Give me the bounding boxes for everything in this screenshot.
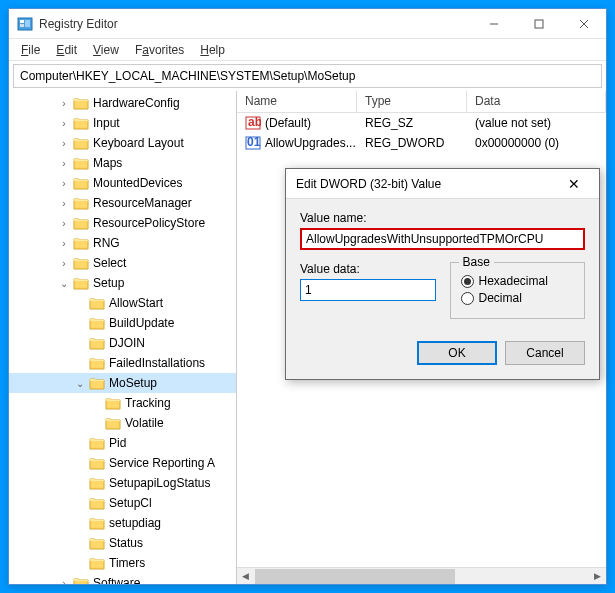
- svg-text:ab: ab: [248, 115, 261, 129]
- tree-item[interactable]: ›ResourcePolicyStore: [9, 213, 236, 233]
- tree-label: FailedInstallations: [109, 356, 205, 370]
- expander-icon[interactable]: ›: [57, 156, 71, 170]
- tree-label: Pid: [109, 436, 126, 450]
- scroll-right-icon[interactable]: ▶: [589, 568, 606, 585]
- expander-icon[interactable]: [89, 416, 103, 430]
- tree-label: Software: [93, 576, 140, 584]
- tree-item[interactable]: BuildUpdate: [9, 313, 236, 333]
- tree-item[interactable]: ›Select: [9, 253, 236, 273]
- dialog-titlebar[interactable]: Edit DWORD (32-bit) Value ✕: [286, 169, 599, 199]
- value-name: (Default): [265, 116, 311, 130]
- expander-icon[interactable]: ⌄: [73, 376, 87, 390]
- base-group: Base Hexadecimal Decimal: [450, 262, 586, 319]
- tree-item[interactable]: SetupCl: [9, 493, 236, 513]
- tree-item[interactable]: Tracking: [9, 393, 236, 413]
- tree-label: RNG: [93, 236, 120, 250]
- tree-item[interactable]: SetupapiLogStatus: [9, 473, 236, 493]
- expander-icon[interactable]: ›: [57, 136, 71, 150]
- expander-icon[interactable]: [73, 356, 87, 370]
- svg-rect-3: [25, 20, 30, 27]
- menu-favorites[interactable]: Favorites: [127, 41, 192, 59]
- expander-icon[interactable]: ⌄: [57, 276, 71, 290]
- tree-label: SetupCl: [109, 496, 152, 510]
- base-label: Base: [459, 255, 494, 269]
- col-name[interactable]: Name: [237, 91, 357, 112]
- tree-label: Setup: [93, 276, 124, 290]
- tree-item[interactable]: ›Keyboard Layout: [9, 133, 236, 153]
- expander-icon[interactable]: [73, 316, 87, 330]
- titlebar[interactable]: Registry Editor: [9, 9, 606, 39]
- menu-edit[interactable]: Edit: [48, 41, 85, 59]
- menu-file[interactable]: File: [13, 41, 48, 59]
- expander-icon[interactable]: ›: [57, 236, 71, 250]
- tree-item[interactable]: ⌄Setup: [9, 273, 236, 293]
- cancel-button[interactable]: Cancel: [505, 341, 585, 365]
- value-name-input[interactable]: [300, 228, 585, 250]
- value-data: 0x00000000 (0): [475, 136, 559, 150]
- dialog-close-button[interactable]: ✕: [559, 169, 589, 199]
- expander-icon[interactable]: ›: [57, 96, 71, 110]
- menu-view[interactable]: View: [85, 41, 127, 59]
- tree-item[interactable]: Timers: [9, 553, 236, 573]
- expander-icon[interactable]: ›: [57, 576, 71, 584]
- dialog-title: Edit DWORD (32-bit) Value: [296, 177, 559, 191]
- address-bar[interactable]: Computer\HKEY_LOCAL_MACHINE\SYSTEM\Setup…: [13, 64, 602, 88]
- expander-icon[interactable]: [73, 456, 87, 470]
- col-data[interactable]: Data: [467, 91, 606, 112]
- expander-icon[interactable]: [73, 476, 87, 490]
- tree-item[interactable]: AllowStart: [9, 293, 236, 313]
- expander-icon[interactable]: [73, 536, 87, 550]
- tree-item[interactable]: ›Maps: [9, 153, 236, 173]
- radio-hexadecimal[interactable]: Hexadecimal: [461, 274, 575, 288]
- close-button[interactable]: [561, 9, 606, 39]
- values-header[interactable]: Name Type Data: [237, 91, 606, 113]
- values-scrollbar-h[interactable]: ◀ ▶: [237, 567, 606, 584]
- expander-icon[interactable]: [73, 556, 87, 570]
- expander-icon[interactable]: ›: [57, 196, 71, 210]
- tree-item[interactable]: ›Software: [9, 573, 236, 584]
- tree-label: MountedDevices: [93, 176, 182, 190]
- expander-icon[interactable]: ›: [57, 256, 71, 270]
- tree-item[interactable]: Service Reporting A: [9, 453, 236, 473]
- tree-item[interactable]: ›HardwareConfig: [9, 93, 236, 113]
- value-row[interactable]: 011AllowUpgrades...REG_DWORD0x00000000 (…: [237, 133, 606, 153]
- tree-item[interactable]: FailedInstallations: [9, 353, 236, 373]
- registry-tree[interactable]: ›HardwareConfig›Input›Keyboard Layout›Ma…: [9, 91, 236, 584]
- value-row[interactable]: ab(Default)REG_SZ(value not set): [237, 113, 606, 133]
- tree-label: Volatile: [125, 416, 164, 430]
- value-data-input[interactable]: [300, 279, 436, 301]
- ok-button[interactable]: OK: [417, 341, 497, 365]
- maximize-button[interactable]: [516, 9, 561, 39]
- tree-pane: ›HardwareConfig›Input›Keyboard Layout›Ma…: [9, 91, 237, 584]
- expander-icon[interactable]: ›: [57, 116, 71, 130]
- tree-item[interactable]: Volatile: [9, 413, 236, 433]
- expander-icon[interactable]: [73, 496, 87, 510]
- tree-label: Timers: [109, 556, 145, 570]
- tree-label: BuildUpdate: [109, 316, 174, 330]
- tree-item[interactable]: ›Input: [9, 113, 236, 133]
- expander-icon[interactable]: [73, 296, 87, 310]
- expander-icon[interactable]: [73, 516, 87, 530]
- scroll-left-icon[interactable]: ◀: [237, 568, 254, 585]
- tree-item[interactable]: Pid: [9, 433, 236, 453]
- expander-icon[interactable]: [89, 396, 103, 410]
- tree-item[interactable]: ›ResourceManager: [9, 193, 236, 213]
- expander-icon[interactable]: ›: [57, 216, 71, 230]
- tree-label: Input: [93, 116, 120, 130]
- tree-item[interactable]: DJOIN: [9, 333, 236, 353]
- menu-help[interactable]: Help: [192, 41, 233, 59]
- col-type[interactable]: Type: [357, 91, 467, 112]
- expander-icon[interactable]: [73, 436, 87, 450]
- expander-icon[interactable]: ›: [57, 176, 71, 190]
- value-name: AllowUpgrades...: [265, 136, 356, 150]
- value-data-label: Value data:: [300, 262, 436, 276]
- minimize-button[interactable]: [471, 9, 516, 39]
- tree-item[interactable]: Status: [9, 533, 236, 553]
- tree-item[interactable]: ›MountedDevices: [9, 173, 236, 193]
- tree-item[interactable]: ›RNG: [9, 233, 236, 253]
- tree-label: Keyboard Layout: [93, 136, 184, 150]
- tree-item[interactable]: ⌄MoSetup: [9, 373, 236, 393]
- expander-icon[interactable]: [73, 336, 87, 350]
- radio-decimal[interactable]: Decimal: [461, 291, 575, 305]
- tree-item[interactable]: setupdiag: [9, 513, 236, 533]
